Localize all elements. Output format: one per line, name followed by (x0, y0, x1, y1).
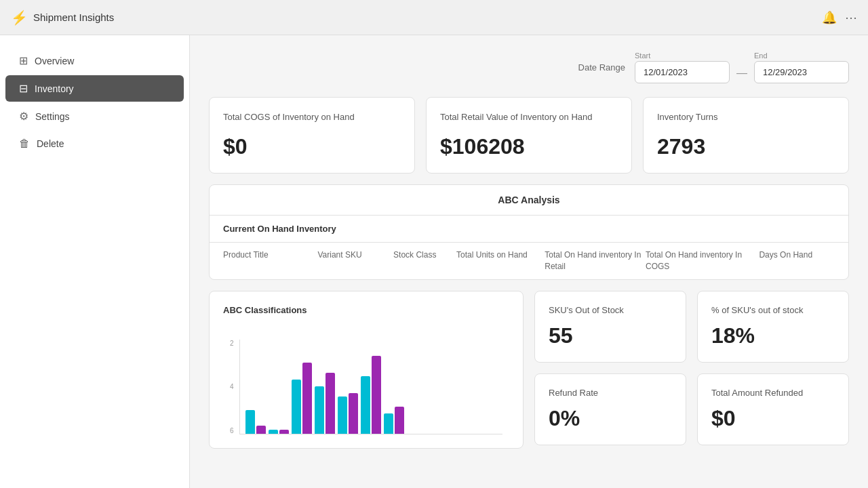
pct-sku-out-title: % of SKU's out of stock (711, 305, 835, 315)
pct-sku-out-card: % of SKU's out of stock 18% (697, 291, 849, 363)
sidebar-label-overview: Overview (35, 56, 74, 66)
cogs-value: $0 (223, 134, 401, 159)
sidebar-item-inventory[interactable]: ⊟ Inventory (5, 75, 184, 102)
sidebar-label-settings: Settings (35, 111, 70, 122)
chart-bars (239, 340, 502, 434)
col-total-units: Total Units on Hand (456, 249, 545, 272)
sku-out-of-stock-card: SKU's Out of Stock 55 (534, 291, 686, 363)
bottom-right-cards: SKU's Out of Stock 55 % of SKU's out of … (534, 291, 849, 449)
total-refunded-value: $0 (711, 406, 835, 431)
total-refunded-card: Total Amount Refunded $0 (697, 373, 849, 445)
date-range-row: Date Range Start — End (209, 52, 849, 83)
sidebar-label-inventory: Inventory (35, 83, 74, 94)
bar-6-purple (372, 356, 381, 434)
topbar-right: 🔔 ⋯ (822, 10, 857, 25)
settings-icon: ⚙ (19, 110, 28, 123)
bar-4-cyan (315, 386, 324, 434)
chart-container: 6 4 2 (223, 326, 509, 434)
metric-cards-row: Total COGS of Inventory on Hand $0 Total… (209, 97, 849, 174)
start-date-field: Start (635, 52, 730, 83)
bar-3-cyan (292, 380, 301, 434)
notifications-icon[interactable]: 🔔 (822, 10, 837, 25)
sidebar-item-overview[interactable]: ⊞ Overview (5, 47, 184, 74)
pct-sku-out-value: 18% (711, 323, 835, 348)
retail-value-value: $106208 (440, 134, 618, 159)
y-label-2: 2 (230, 340, 234, 347)
bar-group-5 (338, 393, 358, 434)
date-range-label: Date Range (578, 62, 625, 73)
sidebar: ⊞ Overview ⊟ Inventory ⚙ Settings 🗑 Dele… (0, 35, 190, 488)
y-label-6: 6 (230, 427, 234, 434)
sku-out-of-stock-title: SKU's Out of Stock (549, 305, 672, 315)
refund-rate-title: Refund Rate (549, 388, 672, 398)
refund-rate-value: 0% (549, 406, 672, 431)
inventory-turns-title: Inventory Turns (657, 111, 835, 123)
abc-classifications-title: ABC Classifications (223, 305, 509, 315)
bar-5-purple (349, 393, 358, 434)
chart-y-axis: 6 4 2 (230, 340, 234, 434)
topbar: ⚡ Shipment Insights 🔔 ⋯ (0, 0, 868, 35)
sidebar-item-delete[interactable]: 🗑 Delete (5, 131, 184, 157)
overview-icon: ⊞ (19, 54, 28, 67)
cogs-title: Total COGS of Inventory on Hand (223, 111, 401, 123)
col-variant-sku: Variant SKU (317, 249, 393, 272)
refund-stats-row: Refund Rate 0% Total Amount Refunded $0 (534, 373, 849, 445)
bar-5-cyan (338, 396, 347, 434)
start-date-input[interactable] (635, 61, 730, 83)
col-on-hand-retail: Total On Hand inventory In Retail (545, 249, 646, 272)
app-title: Shipment Insights (33, 12, 114, 23)
bar-group-2 (269, 430, 289, 434)
bar-group-7 (384, 407, 404, 434)
retail-value-card: Total Retail Value of Inventory on Hand … (426, 97, 632, 174)
logo-icon: ⚡ (11, 9, 28, 26)
abc-classifications-card: ABC Classifications 6 4 2 (209, 291, 524, 449)
bar-3-purple (302, 363, 312, 434)
abc-analysis-section: ABC Analysis Current On Hand Inventory P… (209, 184, 849, 280)
bar-group-1 (245, 410, 266, 434)
inventory-turns-card: Inventory Turns 2793 (643, 97, 849, 174)
delete-icon: 🗑 (19, 138, 30, 150)
inventory-turns-value: 2793 (657, 134, 835, 159)
bar-7-purple (395, 407, 404, 434)
bar-2-purple (279, 430, 289, 434)
bar-4-purple (326, 373, 335, 434)
more-options-icon[interactable]: ⋯ (845, 10, 857, 25)
start-label: Start (635, 52, 730, 60)
col-on-hand-cogs: Total On Hand inventory In COGS (646, 249, 759, 272)
bar-7-cyan (384, 413, 393, 434)
total-refunded-title: Total Amount Refunded (711, 388, 835, 398)
sku-out-of-stock-value: 55 (549, 323, 672, 348)
col-stock-class: Stock Class (393, 249, 456, 272)
abc-table-title: Current On Hand Inventory (210, 216, 848, 243)
inventory-icon: ⊟ (19, 82, 28, 95)
retail-value-title: Total Retail Value of Inventory on Hand (440, 111, 618, 123)
col-days-on-hand: Days On Hand (759, 249, 835, 272)
sidebar-label-delete: Delete (37, 138, 64, 149)
bar-6-cyan (361, 376, 370, 434)
date-separator: — (736, 67, 747, 79)
col-product-title: Product Title (223, 249, 317, 272)
layout: ⊞ Overview ⊟ Inventory ⚙ Settings 🗑 Dele… (0, 35, 868, 488)
bar-1-purple (256, 426, 266, 434)
sku-stats-row: SKU's Out of Stock 55 % of SKU's out of … (534, 291, 849, 363)
sidebar-item-settings[interactable]: ⚙ Settings (5, 103, 184, 129)
end-date-field: End (754, 52, 849, 83)
abc-section-title: ABC Analysis (210, 185, 848, 216)
topbar-left: ⚡ Shipment Insights (11, 9, 114, 26)
bar-group-6 (361, 356, 381, 434)
refund-rate-card: Refund Rate 0% (534, 373, 686, 445)
end-label: End (754, 52, 849, 60)
cogs-card: Total COGS of Inventory on Hand $0 (209, 97, 415, 174)
bottom-row: ABC Classifications 6 4 2 (209, 291, 849, 449)
main-content: Date Range Start — End Total COGS of Inv… (190, 35, 868, 488)
y-label-4: 4 (230, 383, 234, 390)
bar-1-cyan (245, 410, 255, 434)
bar-group-4 (315, 373, 335, 434)
bar-2-cyan (269, 430, 278, 434)
abc-table-header: Product Title Variant SKU Stock Class To… (210, 243, 848, 279)
end-date-input[interactable] (754, 61, 849, 83)
bar-group-3 (292, 363, 312, 434)
